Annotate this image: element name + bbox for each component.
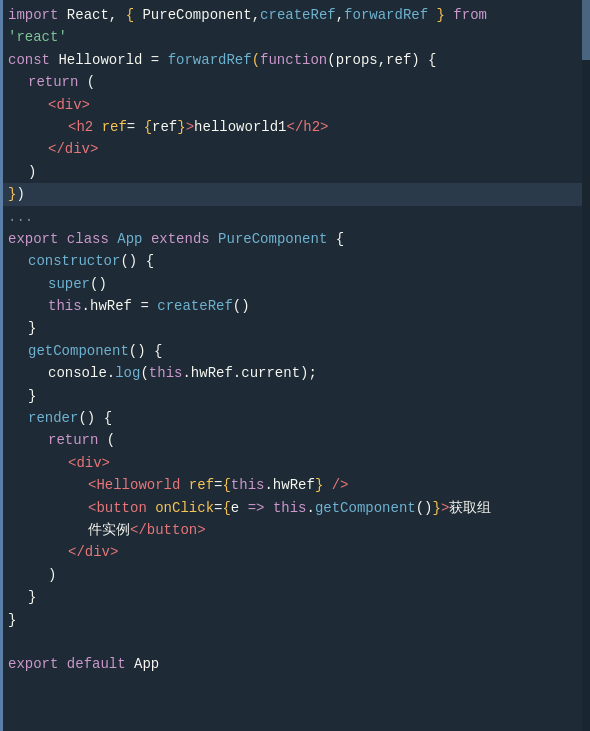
token-plain [93, 116, 101, 138]
token-kw: from [453, 4, 487, 26]
token-tag: <div> [48, 94, 90, 116]
code-line: } [0, 317, 590, 339]
token-plain: = [214, 497, 222, 519]
code-lines: import React, { PureComponent,createRef,… [0, 4, 590, 675]
token-plain: Helloworld = [50, 49, 168, 71]
token-brace: } [315, 474, 323, 496]
token-func: forwardRef [168, 49, 252, 71]
code-line [0, 631, 590, 653]
token-tag: <button [88, 497, 147, 519]
token-plain: () [416, 497, 433, 519]
code-line: ) [0, 564, 590, 586]
token-brace: { [126, 4, 134, 26]
token-plain [428, 4, 436, 26]
token-attr: ref [189, 474, 214, 496]
token-kw: this [231, 474, 265, 496]
token-plain [109, 228, 117, 250]
token-plain [264, 497, 272, 519]
code-line: } [0, 586, 590, 608]
token-plain [323, 474, 331, 496]
token-plain: ) [48, 564, 56, 586]
token-plain: } [8, 609, 16, 631]
token-plain: ( [98, 429, 115, 451]
token-import-kw: import [8, 4, 58, 26]
token-kw: return [48, 429, 98, 451]
token-plain: (props,ref) { [327, 49, 436, 71]
code-line: <Helloworld ref={this.hwRef} /> [0, 474, 590, 496]
token-brace: } [8, 183, 16, 205]
token-plain: ( [140, 362, 148, 384]
code-line: const Helloworld = forwardRef(function(p… [0, 49, 590, 71]
token-tag: </div> [48, 138, 98, 160]
code-line: ... [0, 206, 590, 228]
token-plain: .hwRef.current); [182, 362, 316, 384]
token-kw: this [149, 362, 183, 384]
token-chinese: 获取组 [449, 497, 491, 519]
token-arrow: => [248, 497, 265, 519]
token-kw: this [48, 295, 82, 317]
code-line: super() [0, 273, 590, 295]
code-editor: import React, { PureComponent,createRef,… [0, 0, 590, 731]
token-kw: this [273, 497, 307, 519]
token-func: getComponent [315, 497, 416, 519]
token-func: createRef [157, 295, 233, 317]
token-tag: <h2 [68, 116, 93, 138]
token-kw: export [8, 228, 58, 250]
token-plain: () { [129, 340, 163, 362]
token-brace: ( [252, 49, 260, 71]
token-func: log [115, 362, 140, 384]
token-plain: console. [48, 362, 115, 384]
token-brace: { [222, 474, 230, 496]
scrollbar[interactable] [582, 0, 590, 731]
token-brace: } [177, 116, 185, 138]
code-line: getComponent() { [0, 340, 590, 362]
token-plain [147, 497, 155, 519]
code-line: 'react' [0, 26, 590, 48]
token-plain: . [306, 497, 314, 519]
scrollbar-thumb[interactable] [582, 0, 590, 60]
code-line: export default App [0, 653, 590, 675]
token-tag: </h2> [287, 116, 329, 138]
code-line: import React, { PureComponent,createRef,… [0, 4, 590, 26]
token-plain: () { [120, 250, 154, 272]
code-line: <div> [0, 452, 590, 474]
code-line: <div> [0, 94, 590, 116]
code-line: ) [0, 161, 590, 183]
token-plain: ) [16, 183, 24, 205]
token-plain: .hwRef = [82, 295, 158, 317]
token-tag: <Helloworld [88, 474, 180, 496]
code-line: return ( [0, 71, 590, 93]
token-plain: } [28, 586, 36, 608]
token-tag: > [186, 116, 194, 138]
token-kw: return [28, 71, 78, 93]
token-brace: { [144, 116, 152, 138]
code-line: }) [0, 183, 590, 205]
token-plain: = [127, 116, 144, 138]
token-func: forwardRef [344, 4, 428, 26]
token-plain: App [126, 653, 160, 675]
token-plain: PureComponent, [134, 4, 260, 26]
code-line: render() { [0, 407, 590, 429]
token-plain: .hwRef [264, 474, 314, 496]
code-line: this.hwRef = createRef() [0, 295, 590, 317]
token-plain: helloworld1 [194, 116, 286, 138]
code-line: return ( [0, 429, 590, 451]
token-brace: } [433, 497, 441, 519]
code-line: </div> [0, 541, 590, 563]
token-tag: > [441, 497, 449, 519]
token-chinese: 件实例 [88, 519, 130, 541]
token-plain: () { [78, 407, 112, 429]
token-plain [180, 474, 188, 496]
token-func: createRef [260, 4, 336, 26]
token-kw: extends [151, 228, 210, 250]
token-plain: ( [78, 71, 95, 93]
token-func: super [48, 273, 90, 295]
token-plain [210, 228, 218, 250]
token-plain: , [336, 4, 344, 26]
token-kw: function [260, 49, 327, 71]
code-line: </div> [0, 138, 590, 160]
token-plain [142, 228, 150, 250]
token-class-name: App [117, 228, 142, 250]
code-line: <h2 ref= {ref}>helloworld1</h2> [0, 116, 590, 138]
code-line: 件实例</button> [0, 519, 590, 541]
